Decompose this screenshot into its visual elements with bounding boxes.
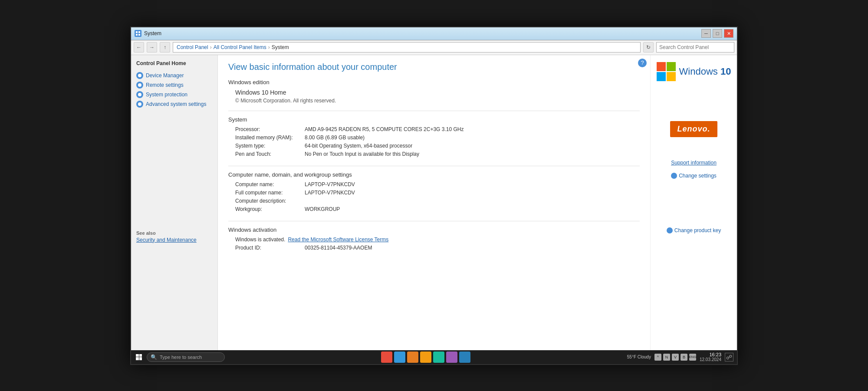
taskbar-apps xyxy=(227,352,625,363)
sidebar-item-remote-settings[interactable]: Remote settings xyxy=(135,80,214,90)
computer-name-table: Computer name: LAPTOP-V7PNKCDV Full comp… xyxy=(235,181,640,212)
divider-3 xyxy=(228,221,640,221)
change-product-key-link[interactable]: Change product key xyxy=(667,227,721,233)
computer-desc-label: Computer description: xyxy=(235,198,305,204)
sidebar-item-system-protection[interactable]: System protection xyxy=(135,90,214,99)
sidebar-item-device-manager[interactable]: Device Manager xyxy=(135,71,214,80)
tray-icons: ^ N V B ENG xyxy=(654,354,696,361)
windows-edition-name: Windows 10 Home xyxy=(235,89,640,96)
sidebar-label-system-protection: System protection xyxy=(146,92,187,98)
activation-heading: Windows activation xyxy=(228,227,640,233)
breadcrumb-controlpanel[interactable]: Control Panel xyxy=(177,44,208,50)
up-button[interactable]: ↑ xyxy=(160,42,170,53)
computer-name-label: Computer name: xyxy=(235,181,305,187)
svg-rect-1 xyxy=(138,31,140,33)
start-button[interactable] xyxy=(133,351,145,363)
activation-status: Windows is activated. xyxy=(235,237,285,243)
activation-section: Windows activation Windows is activated.… xyxy=(228,227,640,251)
back-button[interactable]: ← xyxy=(134,42,144,53)
minimize-button[interactable]: ─ xyxy=(701,29,711,38)
computer-name-value: LAPTOP-V7PNKCDV xyxy=(305,181,355,187)
taskbar-app-7[interactable] xyxy=(459,352,470,363)
taskbar-app-4[interactable] xyxy=(420,352,431,363)
right-panel: Windows 10 Lenovo. Support information C… xyxy=(650,55,737,352)
system-section: System Processor: AMD A9-9425 RADEON R5,… xyxy=(228,116,640,157)
page-title: View basic information about your comput… xyxy=(228,62,640,72)
sidebar-label-remote-settings: Remote settings xyxy=(146,82,184,88)
table-row: Computer name: LAPTOP-V7PNKCDV xyxy=(235,181,640,187)
table-row: Pen and Touch: No Pen or Touch Input is … xyxy=(235,151,640,157)
main-layout: Control Panel Home Device Manager Remote… xyxy=(131,55,737,352)
windows-edition-heading: Windows edition xyxy=(228,79,640,85)
advanced-settings-icon xyxy=(136,101,143,108)
support-info-link[interactable]: Support information xyxy=(671,160,717,166)
system-info-table: Processor: AMD A9-9425 RADEON R5, 5 COMP… xyxy=(235,126,640,157)
table-row: Installed memory (RAM): 8.00 GB (6.89 GB… xyxy=(235,135,640,141)
divider-2 xyxy=(228,166,640,166)
svg-rect-0 xyxy=(136,31,138,33)
taskbar-app-5[interactable] xyxy=(433,352,444,363)
device-manager-icon xyxy=(136,72,143,79)
help-button[interactable]: ? xyxy=(638,59,647,67)
processor-value: AMD A9-9425 RADEON R5, 5 COMPUTE CORES 2… xyxy=(305,126,464,132)
system-protection-icon xyxy=(136,91,143,98)
sidebar: Control Panel Home Device Manager Remote… xyxy=(131,55,218,352)
table-row: System type: 64-bit Operating System, x6… xyxy=(235,143,640,149)
volume-icon: V xyxy=(672,354,679,361)
sidebar-label-advanced-settings: Advanced system settings xyxy=(146,101,206,107)
gear-icon-2 xyxy=(667,227,673,233)
product-id-row: Product ID: 00325-81104-45379-AAOEM xyxy=(235,245,640,251)
notification-icon[interactable]: ☍ xyxy=(725,353,733,361)
table-row: Full computer name: LAPTOP-V7PNKCDV xyxy=(235,190,640,196)
gear-icon xyxy=(671,173,677,179)
sidebar-item-advanced-settings[interactable]: Advanced system settings xyxy=(135,99,214,109)
taskbar-tray: 55°F Cloudy ^ N V B ENG 16:23 12.03.2024… xyxy=(627,352,733,362)
taskbar-app-2[interactable] xyxy=(394,352,405,363)
table-row: Computer description: xyxy=(235,198,640,204)
full-computer-name-value: LAPTOP-V7PNKCDV xyxy=(305,190,355,196)
search-input[interactable] xyxy=(656,42,734,53)
ram-value: 8.00 GB (6.89 GB usable) xyxy=(305,135,365,141)
divider-1 xyxy=(228,111,640,111)
windows10-logo: Windows 10 xyxy=(657,62,731,81)
taskbar-app-3[interactable] xyxy=(407,352,418,363)
close-button[interactable]: ✕ xyxy=(724,29,733,38)
forward-button[interactable]: → xyxy=(147,42,157,53)
windows-logo-grid xyxy=(657,62,676,81)
window-icon xyxy=(135,30,141,37)
change-settings-label: Change settings xyxy=(679,173,717,179)
computer-name-heading: Computer name, domain, and workgroup set… xyxy=(228,171,640,178)
breadcrumb-allitems[interactable]: All Control Panel Items xyxy=(214,44,266,50)
battery-icon: B xyxy=(681,354,687,361)
taskbar: 🔍 Type here to search 55°F Cloudy ^ N V … xyxy=(131,350,737,364)
taskbar-search[interactable]: 🔍 Type here to search xyxy=(147,352,225,362)
svg-rect-3 xyxy=(138,34,140,36)
sidebar-title: Control Panel Home xyxy=(135,60,214,66)
remote-settings-icon xyxy=(136,82,143,89)
start-icon xyxy=(136,354,142,360)
clock: 16:23 12.03.2024 xyxy=(700,352,721,362)
license-link[interactable]: Read the Microsoft Software License Term… xyxy=(288,237,388,243)
breadcrumb-system: System xyxy=(272,44,289,50)
taskbar-search-label: Type here to search xyxy=(160,355,202,360)
taskbar-app-1[interactable] xyxy=(381,352,392,363)
change-settings-link[interactable]: Change settings xyxy=(671,173,717,179)
address-path[interactable]: Control Panel › All Control Panel Items … xyxy=(173,42,641,53)
workgroup-label: Workgroup: xyxy=(235,206,305,212)
workgroup-value: WORKGROUP xyxy=(305,206,340,212)
lang-icon: ENG xyxy=(689,354,696,361)
pen-touch-label: Pen and Touch: xyxy=(235,151,305,157)
product-id-value: 00325-81104-45379-AAOEM xyxy=(305,245,372,251)
processor-label: Processor: xyxy=(235,126,305,132)
activation-info: Windows is activated. Read the Microsoft… xyxy=(235,237,640,251)
activation-row: Windows is activated. Read the Microsoft… xyxy=(235,237,640,243)
copyright-text: © Microsoft Corporation. All rights rese… xyxy=(235,98,640,104)
svg-point-7 xyxy=(138,102,141,106)
refresh-button[interactable]: ↻ xyxy=(643,42,654,53)
svg-point-5 xyxy=(138,83,141,87)
restore-button[interactable]: □ xyxy=(713,29,722,38)
title-bar: System ─ □ ✕ xyxy=(131,27,737,40)
win-square-4 xyxy=(667,72,676,81)
taskbar-app-6[interactable] xyxy=(446,352,457,363)
sidebar-link-security[interactable]: Security and Maintenance xyxy=(135,236,214,244)
